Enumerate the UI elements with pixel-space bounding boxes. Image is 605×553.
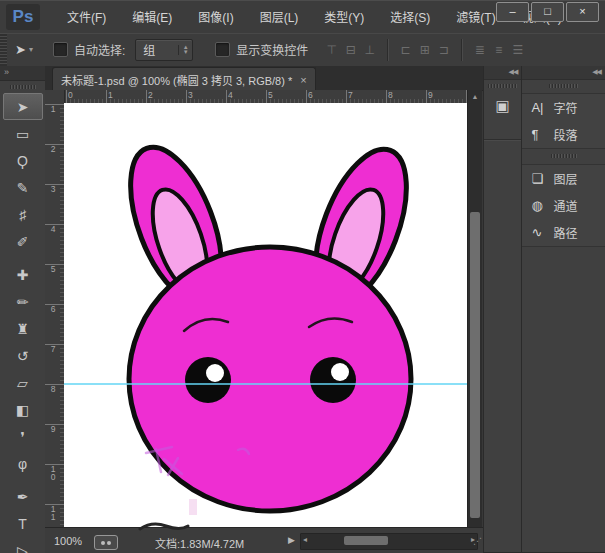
zoom-level-field[interactable]: 100% xyxy=(54,535,82,547)
pen-tool-icon: ✒ xyxy=(17,489,29,505)
tool-list: ➤▭Ϙ✎♯✐✚✏♜↺▱◧❜φ✒T▷ xyxy=(0,93,45,553)
menu-item[interactable]: 选择(S) xyxy=(377,4,443,29)
current-tool-indicator[interactable]: ➤ ▾ xyxy=(15,42,33,57)
eraser-tool[interactable]: ▱ xyxy=(4,369,42,396)
align-bottom-edges-icon[interactable]: ⊥ xyxy=(360,43,379,57)
menu-item[interactable]: 图像(I) xyxy=(185,4,246,29)
menu-bar: Ps 文件(F)编辑(E)图像(I)图层(L)类型(Y)选择(S)滤镜(T)视图… xyxy=(0,0,605,34)
horizontal-scrollbar-thumb[interactable] xyxy=(344,536,388,545)
document-size-info: 文档:1.83M/4.72M xyxy=(155,535,244,551)
brush-tool-icon: ✏ xyxy=(17,294,29,310)
collapsed-icon-column: ◀◀ ▣ xyxy=(483,66,521,553)
collapse-panels-icon[interactable]: ◀◀ xyxy=(522,66,605,80)
minimize-button[interactable]: – xyxy=(496,2,529,22)
clone-stamp-tool-icon: ♜ xyxy=(16,321,29,337)
dropdown-value: 组 xyxy=(136,41,178,58)
panel-tab-paragraph-label: 段落 xyxy=(553,126,577,143)
auto-select-target-dropdown[interactable]: 组 ▲▼ xyxy=(135,39,193,61)
rectangular-marquee-tool-icon: ▭ xyxy=(16,126,29,142)
auto-select-checkbox[interactable] xyxy=(53,42,68,57)
dock-grip[interactable] xyxy=(484,80,521,91)
distribute-evenly-icon[interactable]: ☰ xyxy=(508,43,527,57)
move-tool[interactable]: ➤ xyxy=(3,93,43,120)
align-left-edges-icon[interactable]: ⊏ xyxy=(396,43,415,57)
pen-tool[interactable]: ✒ xyxy=(4,483,42,510)
blur-tool[interactable]: ❜ xyxy=(4,423,42,450)
menu-item[interactable]: 图层(L) xyxy=(247,4,312,29)
photoshop-logo: Ps xyxy=(6,4,40,30)
show-transform-checkbox[interactable] xyxy=(215,42,230,57)
panel-tab-layers[interactable]: ❏图层 xyxy=(522,165,605,192)
eyedropper-tool[interactable]: ✐ xyxy=(4,228,42,255)
panel-tab-channels-label: 通道 xyxy=(553,197,577,214)
resize-grip-icon[interactable]: ⋰ xyxy=(473,536,482,546)
vertical-scrollbar-thumb[interactable] xyxy=(470,212,480,518)
crop-tool[interactable]: ♯ xyxy=(4,201,42,228)
align-vertical-centers-icon[interactable]: ⊟ xyxy=(341,43,360,57)
document-tab-bar: 未标题-1.psd @ 100% (椭圆 3 拷贝 3, RGB/8) * × xyxy=(45,66,483,91)
dock-divider xyxy=(484,139,521,140)
horizontal-scrollbar[interactable]: ◂ ▸ xyxy=(300,533,478,550)
document-tab[interactable]: 未标题-1.psd @ 100% (椭圆 3 拷贝 3, RGB/8) * × xyxy=(52,67,316,91)
quick-selection-tool[interactable]: ✎ xyxy=(4,174,42,201)
panel-tab-paragraph[interactable]: ¶段落 xyxy=(522,121,605,148)
panel-tab-paths[interactable]: ∿路径 xyxy=(522,219,605,246)
options-bar: ➤ ▾ 自动选择: 组 ▲▼ 显示变换控件 ⊤⊟⊥⊏⊞⊐≣≡☰ xyxy=(0,33,605,67)
lasso-tool-icon: Ϙ xyxy=(17,153,28,169)
menu-item[interactable]: 类型(Y) xyxy=(311,4,377,29)
ruler-number: 5 xyxy=(48,264,58,272)
align-top-edges-icon[interactable]: ⊤ xyxy=(322,43,341,57)
path-selection-tool[interactable]: ▷ xyxy=(4,537,42,553)
document-tab-title: 未标题-1.psd @ 100% (椭圆 3 拷贝 3, RGB/8) * xyxy=(61,72,292,88)
dock-grip[interactable] xyxy=(522,149,605,162)
panel-3d-icon[interactable]: ▣ xyxy=(484,91,521,121)
clone-stamp-tool[interactable]: ♜ xyxy=(4,315,42,342)
options-separator xyxy=(387,39,388,61)
panel-tab-character-label: 字符 xyxy=(553,99,577,116)
stray-brush-mark xyxy=(138,518,190,534)
maximize-button[interactable]: □ xyxy=(531,2,564,22)
menu-item[interactable]: 编辑(E) xyxy=(119,4,185,29)
toolbar-grip[interactable] xyxy=(0,81,45,93)
dodge-tool-icon: φ xyxy=(18,456,27,472)
left-eye xyxy=(185,357,231,403)
ruler-number: 5 xyxy=(268,90,273,100)
paint-bucket-tool[interactable]: ◧ xyxy=(4,396,42,423)
type-tool[interactable]: T xyxy=(4,510,42,537)
tab-close-icon[interactable]: × xyxy=(300,74,306,86)
ruler-number: 6 xyxy=(308,90,313,100)
quick-selection-tool-icon: ✎ xyxy=(17,180,29,196)
scroll-left-icon[interactable]: ◂ xyxy=(303,535,307,544)
ruler-number: 4 xyxy=(228,90,233,100)
spot-healing-brush-tool[interactable]: ✚ xyxy=(4,261,42,288)
panel-tab-channels[interactable]: ◍通道 xyxy=(522,192,605,219)
align-right-edges-icon[interactable]: ⊐ xyxy=(434,43,453,57)
canvas-area[interactable] xyxy=(64,103,467,527)
ruler-number: 3 xyxy=(188,90,193,100)
dropdown-spinner-icon: ▲▼ xyxy=(178,45,192,55)
chevron-down-icon: ▾ xyxy=(29,45,33,54)
channels-panel-icon: ◍ xyxy=(531,198,553,213)
show-transform-label: 显示变换控件 xyxy=(236,41,308,58)
faint-pale-mark xyxy=(189,499,197,515)
brush-tool[interactable]: ✏ xyxy=(4,288,42,315)
vertical-scrollbar[interactable]: ▲ xyxy=(467,90,482,527)
options-separator xyxy=(461,39,462,61)
ruler-number: 2 xyxy=(148,90,153,100)
menu-item[interactable]: 文件(F) xyxy=(54,4,119,29)
lasso-tool[interactable]: Ϙ xyxy=(4,147,42,174)
close-button[interactable]: × xyxy=(566,2,599,22)
history-brush-tool[interactable]: ↺ xyxy=(4,342,42,369)
collapse-panels-icon[interactable]: ◀◀ xyxy=(484,66,521,80)
distribute-horizontal-icon[interactable]: ≡ xyxy=(489,43,508,57)
ruler-number: 8 xyxy=(388,90,393,100)
align-horizontal-centers-icon[interactable]: ⊞ xyxy=(415,43,434,57)
dock-grip[interactable] xyxy=(522,80,605,91)
panel-tab-character[interactable]: A|字符 xyxy=(522,94,605,121)
toolbar-collapse-button[interactable]: » xyxy=(0,66,45,81)
distribute-vertical-icon[interactable]: ≣ xyxy=(470,43,489,57)
dodge-tool[interactable]: φ xyxy=(4,450,42,477)
rectangular-marquee-tool[interactable]: ▭ xyxy=(4,120,42,147)
status-menu-arrow-icon[interactable]: ▶ xyxy=(288,535,295,545)
scroll-up-icon[interactable]: ▲ xyxy=(468,90,482,103)
